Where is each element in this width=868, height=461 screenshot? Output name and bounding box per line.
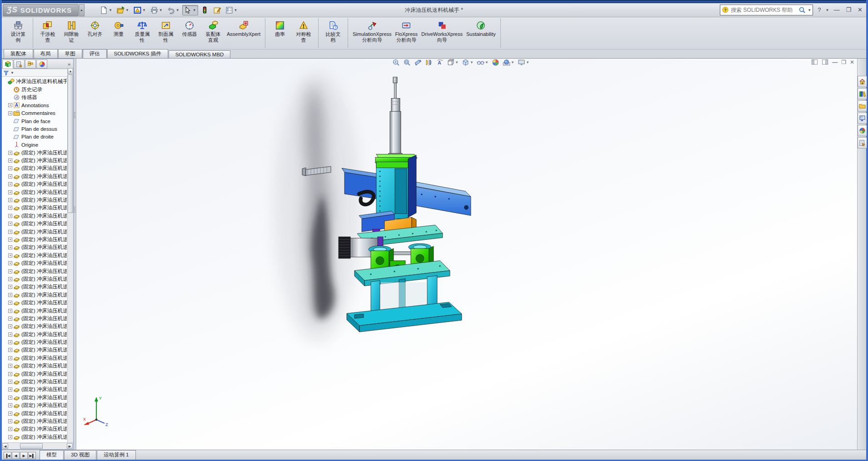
- tree-row[interactable]: + (固定) 冲床油压机送料机: [3, 338, 67, 346]
- rebuild-traffic-light-button[interactable]: [199, 5, 210, 15]
- expand-plus-icon[interactable]: +: [8, 214, 12, 218]
- scrollbar-thumb[interactable]: [20, 443, 43, 449]
- tree-row[interactable]: Origine: [3, 141, 67, 149]
- expand-plus-icon[interactable]: +: [8, 403, 12, 407]
- expand-plus-icon[interactable]: +: [8, 324, 12, 328]
- bottom-tab-0[interactable]: 模型: [40, 450, 64, 460]
- section-view-button[interactable]: [424, 59, 434, 67]
- previous-view-button[interactable]: [413, 59, 423, 67]
- expand-plus-icon[interactable]: +: [8, 230, 12, 234]
- expand-plus-icon[interactable]: +: [8, 159, 12, 163]
- curvature-button[interactable]: 曲率: [268, 19, 292, 39]
- search-dropdown-icon[interactable]: ▼: [808, 8, 811, 12]
- tree-row[interactable]: + (固定) 冲床油压机送料机: [3, 291, 67, 299]
- tree-row[interactable]: + (固定) 冲床油压机送料机: [3, 173, 67, 180]
- tree-row[interactable]: + (固定) 冲床油压机送料机: [3, 149, 67, 157]
- search-input[interactable]: [731, 7, 797, 13]
- tree-row[interactable]: + (固定) 冲床油压机送料机: [3, 283, 67, 291]
- scroll-right-icon[interactable]: ▶: [67, 443, 73, 449]
- dropdown-arrow-icon[interactable]: ▼: [142, 8, 146, 12]
- tree-row[interactable]: + (固定) 冲床油压机送料机: [3, 331, 67, 338]
- last-tab-icon[interactable]: ▶▌: [28, 452, 36, 459]
- expand-plus-icon[interactable]: +: [8, 380, 12, 384]
- tree-row[interactable]: + (固定) 冲床油压机送料机: [3, 370, 67, 377]
- tree-row[interactable]: + (固定) 冲床油压机送料机: [3, 180, 67, 188]
- expand-plus-icon[interactable]: +: [8, 387, 12, 392]
- tree-row[interactable]: 冲床油压机送料机械手 (Dé: [3, 78, 67, 85]
- edit-properties-button[interactable]: [211, 5, 223, 15]
- expand-plus-icon[interactable]: +: [8, 182, 12, 186]
- tree-row[interactable]: + (固定) 冲床油压机送料机: [3, 252, 67, 259]
- select-cursor-button[interactable]: ▼: [182, 5, 198, 15]
- tree-row[interactable]: + (固定) 冲床油压机送料机: [3, 236, 67, 243]
- dropdown-arrow-icon[interactable]: ▼: [193, 8, 196, 12]
- expand-plus-icon[interactable]: +: [8, 435, 12, 439]
- tree-horizontal-scrollbar[interactable]: ◀ ▶: [2, 442, 73, 449]
- clearance-verify-button[interactable]: 间隙验 证: [60, 19, 83, 45]
- dropdown-arrow-icon[interactable]: ▼: [159, 8, 163, 12]
- symmetry-check-button[interactable]: 对称检 查: [292, 19, 315, 45]
- splitter-grip[interactable]: [74, 112, 75, 119]
- expand-plus-icon[interactable]: +: [8, 206, 12, 210]
- view-orientation-button[interactable]: ▼: [446, 59, 459, 67]
- menu-flyout-arrow[interactable]: ▸: [79, 4, 85, 16]
- dropdown-arrow-icon[interactable]: ▼: [234, 8, 238, 12]
- expand-plus-icon[interactable]: +: [8, 356, 12, 360]
- tree-row[interactable]: + (固定) 冲床油压机送料机: [3, 259, 67, 267]
- simulationxpress-button[interactable]: SimulationXpress 分析向导: [351, 19, 394, 45]
- propertymanager-tab[interactable]: [14, 59, 25, 69]
- tab-4[interactable]: SOLIDWORKS 插件: [107, 49, 168, 58]
- apply-scene-button[interactable]: ▼: [502, 59, 515, 67]
- help-dropdown-icon[interactable]: ▼: [826, 8, 829, 12]
- tree-row[interactable]: + (固定) 冲床油压机送料机: [3, 433, 67, 441]
- next-tab-icon[interactable]: ▶: [20, 452, 28, 459]
- tree-row[interactable]: + (固定) 冲床油压机送料机: [3, 362, 67, 370]
- assemblyxpert-button[interactable]: AssemblyXpert: [225, 19, 262, 39]
- dropdown-arrow-icon[interactable]: ▼: [470, 60, 474, 64]
- design-study-button[interactable]: 设计算 例: [6, 19, 30, 45]
- tree-row[interactable]: + (固定) 冲床油压机送料机: [3, 307, 67, 314]
- section-properties-button[interactable]: 剖面属 性: [154, 19, 178, 45]
- dropdown-arrow-icon[interactable]: ▼: [109, 8, 112, 12]
- driveworksxpress-button[interactable]: DriveWorksXpress 向导: [419, 19, 464, 45]
- expand-plus-icon[interactable]: +: [8, 285, 12, 289]
- measure-button[interactable]: 测量: [107, 19, 130, 39]
- expand-plus-icon[interactable]: +: [8, 411, 12, 416]
- tree-row[interactable]: + (固定) 冲床油压机送料机: [3, 409, 67, 417]
- undo-button[interactable]: ▼: [165, 5, 181, 15]
- mass-properties-button[interactable]: 质量属 性: [130, 19, 154, 45]
- tree-row[interactable]: + (固定) 冲床油压机送料机: [3, 157, 67, 164]
- expand-plus-icon[interactable]: +: [8, 309, 12, 313]
- tree-vertical-scrollbar[interactable]: ▲ ▼: [67, 68, 73, 449]
- zoom-to-fit-button[interactable]: [391, 59, 401, 67]
- tree-row[interactable]: 传感器: [3, 94, 67, 101]
- expand-plus-icon[interactable]: +: [8, 419, 12, 423]
- tree-row[interactable]: + (固定) 冲床油压机送料机: [3, 378, 67, 386]
- expand-plus-icon[interactable]: +: [8, 301, 12, 305]
- expand-plus-icon[interactable]: +: [8, 269, 12, 273]
- appearances-scenes-tab[interactable]: [858, 125, 867, 136]
- tree-row[interactable]: + (固定) 冲床油压机送料机: [3, 228, 67, 235]
- tree-row[interactable]: + (固定) 冲床油压机送料机: [3, 315, 67, 322]
- tree-row[interactable]: Plan de face: [3, 117, 67, 125]
- options-button[interactable]: ▼: [224, 5, 239, 15]
- tree-row[interactable]: + (固定) 冲床油压机送料机: [3, 275, 67, 283]
- print-button[interactable]: ▼: [149, 5, 165, 15]
- dropdown-arrow-icon[interactable]: ▼: [455, 60, 459, 64]
- tree-row[interactable]: Plan de droite: [3, 133, 67, 141]
- tree-row[interactable]: + (固定) 冲床油压机送料机: [3, 417, 67, 425]
- resources-home-tab[interactable]: [858, 76, 867, 87]
- splitter-grip[interactable]: [74, 207, 75, 213]
- tree-row[interactable]: 历史记录: [3, 85, 67, 93]
- expand-plus-icon[interactable]: +: [8, 261, 12, 265]
- tab-5[interactable]: SOLIDWORKS MBD: [169, 50, 231, 58]
- edit-appearance-button[interactable]: [491, 59, 500, 67]
- tree-row[interactable]: + (固定) 冲床油压机送料机: [3, 212, 67, 220]
- tree-row[interactable]: + (固定) 冲床油压机送料机: [3, 425, 67, 433]
- tree-row[interactable]: + (固定) 冲床油压机送料机: [3, 196, 67, 204]
- expand-plus-icon[interactable]: +: [8, 372, 12, 376]
- tree-row[interactable]: + (固定) 冲床油压机送料机: [3, 394, 67, 402]
- scroll-up-icon[interactable]: ▲: [68, 68, 73, 74]
- hide-show-items-button[interactable]: ▼: [476, 59, 489, 67]
- tree-row[interactable]: + (固定) 冲床油压机送料机: [3, 267, 67, 275]
